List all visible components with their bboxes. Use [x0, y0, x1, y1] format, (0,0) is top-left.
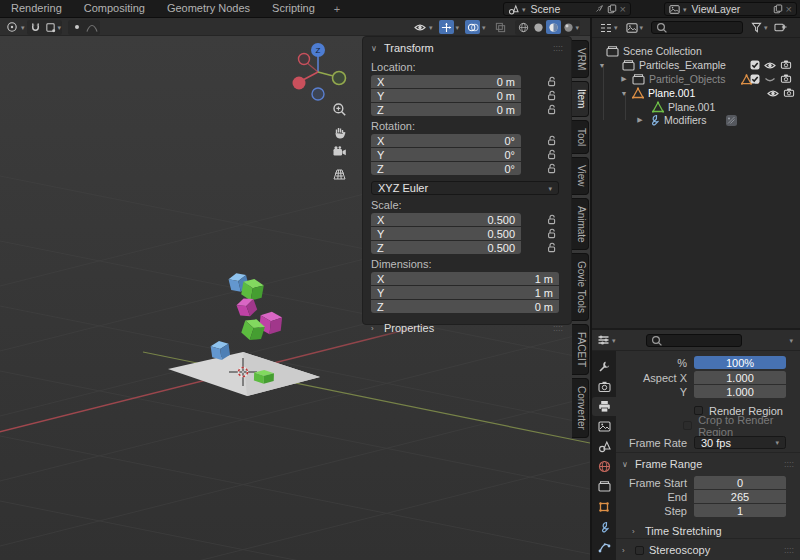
camera-view-button[interactable]: [330, 143, 348, 161]
lock-icon[interactable]: [547, 104, 557, 115]
stereoscopy-panel-header[interactable]: › Stereoscopy ::::: [622, 543, 794, 557]
orientation-dropdown-arrow[interactable]: ▾: [21, 24, 25, 31]
scene-name[interactable]: Scene: [529, 3, 591, 15]
expand-icon[interactable]: ›: [622, 546, 630, 555]
viewport-3d[interactable]: ▾ ▾: [0, 18, 590, 560]
exclude-checkbox-icon[interactable]: [750, 60, 760, 70]
outliner-filter-button[interactable]: ▾: [751, 22, 768, 33]
visibility-dropdown-arrow[interactable]: ▾: [429, 24, 433, 31]
rotation-mode-dropdown[interactable]: XYZ Euler ▾: [371, 181, 559, 195]
lock-icon[interactable]: [547, 90, 557, 101]
rotation-z-field[interactable]: Z 0°: [371, 162, 521, 175]
tab-animate[interactable]: Animate: [572, 198, 589, 251]
shading-material-button[interactable]: [546, 20, 561, 34]
tab-world-properties[interactable]: [592, 457, 616, 476]
gizmo-dropdown-arrow[interactable]: ▾: [456, 24, 460, 31]
dimensions-y-field[interactable]: Y 1 m: [371, 286, 559, 299]
row-label[interactable]: Particles_Example: [639, 59, 726, 71]
scene-dropdown-arrow[interactable]: ▾: [522, 6, 526, 13]
gizmo-y-ball[interactable]: [333, 72, 346, 85]
location-x-field[interactable]: X 0 m: [371, 75, 521, 88]
workspace-tab-compositing[interactable]: Compositing: [73, 0, 156, 17]
unlink-scene-icon[interactable]: ×: [620, 3, 626, 15]
scale-y-field[interactable]: Y 0.500: [371, 227, 521, 240]
tab-object-properties[interactable]: [592, 497, 616, 516]
disclosure-icon[interactable]: ▼: [598, 62, 606, 69]
particle-system-icon[interactable]: [725, 114, 738, 127]
row-label[interactable]: Scene Collection: [623, 45, 702, 57]
hide-eye-icon[interactable]: [767, 88, 779, 99]
outliner-row-particles-example[interactable]: ▼ Particles_Example: [592, 58, 800, 72]
tab-view[interactable]: View: [572, 157, 589, 195]
view-layer-name[interactable]: ViewLayer: [690, 3, 770, 15]
view-layer-dropdown-arrow[interactable]: ▾: [683, 6, 687, 13]
outliner-filter-id-type[interactable]: ▾: [626, 22, 644, 34]
lock-icon[interactable]: [547, 163, 557, 174]
transform-panel-header[interactable]: ∨ Transform ::::: [371, 41, 563, 55]
snap-target-button[interactable]: [43, 20, 58, 34]
frame-start-field[interactable]: 0: [694, 476, 786, 489]
snap-toggle-button[interactable]: [28, 20, 43, 34]
frame-end-field[interactable]: 265: [694, 490, 786, 503]
aspect-y-field[interactable]: 1.000: [694, 385, 786, 398]
outliner-row-plane-object[interactable]: ▼ Plane.001: [592, 86, 800, 100]
falloff-curve-button[interactable]: [84, 20, 99, 34]
tab-faceit[interactable]: FACEIT: [572, 324, 589, 375]
disable-render-camera-icon[interactable]: [780, 59, 792, 71]
collapse-icon[interactable]: ∨: [622, 460, 630, 469]
disclosure-icon[interactable]: ▶: [620, 75, 628, 83]
lock-icon[interactable]: [547, 228, 557, 239]
snap-dropdown-arrow[interactable]: ▾: [58, 24, 62, 31]
frame-step-field[interactable]: 1: [694, 504, 786, 517]
lock-icon[interactable]: [547, 76, 557, 87]
workspace-tab-geometry-nodes[interactable]: Geometry Nodes: [156, 0, 261, 17]
lock-icon[interactable]: [547, 135, 557, 146]
tab-vrm[interactable]: VRM: [572, 40, 589, 78]
frame-range-panel-header[interactable]: ∨ Frame Range ::::: [622, 457, 794, 471]
disclosure-icon[interactable]: ▶: [636, 116, 644, 124]
resolution-slider[interactable]: 100%: [694, 356, 786, 369]
panel-grip-icon[interactable]: ::::: [553, 324, 563, 333]
aspect-x-field[interactable]: 1.000: [694, 371, 786, 384]
time-stretching-panel-header[interactable]: › Time Stretching: [632, 524, 794, 538]
pan-tool-button[interactable]: [330, 123, 348, 141]
proportional-editing-button[interactable]: [69, 20, 84, 34]
shading-wireframe-button[interactable]: [516, 20, 531, 34]
expand-icon[interactable]: ›: [632, 527, 640, 536]
xray-toggle-button[interactable]: [493, 20, 508, 34]
row-label[interactable]: Particle_Objects: [649, 73, 725, 85]
panel-grip-icon[interactable]: ::::: [784, 460, 794, 469]
frame-rate-dropdown[interactable]: 30 fps ▾: [694, 436, 786, 449]
tab-govie-tools[interactable]: Govie Tools: [572, 253, 589, 321]
tab-view-layer-properties[interactable]: [592, 417, 616, 436]
show-gizmo-button[interactable]: [439, 20, 454, 34]
view-layer-selector[interactable]: ▾ ViewLayer ×: [664, 2, 797, 16]
gizmo-negx-ball[interactable]: [299, 54, 310, 65]
new-collection-button[interactable]: [774, 21, 787, 35]
zoom-tool-button[interactable]: [330, 100, 348, 118]
tab-item[interactable]: Item: [572, 81, 589, 116]
outliner-display-mode[interactable]: ▾: [600, 22, 618, 34]
gizmo-negz-ball[interactable]: [312, 88, 324, 100]
overlays-dropdown-arrow[interactable]: ▾: [482, 24, 486, 31]
properties-subpanel-header[interactable]: › Properties ::::: [371, 321, 563, 335]
row-label[interactable]: Plane.001: [668, 101, 715, 113]
lock-icon[interactable]: [547, 214, 557, 225]
disclosure-icon[interactable]: ▼: [620, 90, 628, 97]
object-visibility-button[interactable]: [412, 20, 427, 34]
properties-options-arrow[interactable]: ▾: [789, 337, 793, 344]
outliner-row-plane-mesh-data[interactable]: Plane.001: [592, 100, 800, 114]
tab-modifier-properties[interactable]: [592, 517, 616, 536]
expand-icon[interactable]: ›: [371, 324, 379, 333]
stereoscopy-checkbox[interactable]: [635, 546, 644, 555]
outliner-search-input[interactable]: [651, 21, 743, 34]
show-overlays-button[interactable]: [465, 20, 480, 34]
outliner-row-particle-objects[interactable]: ▶ Particle_Objects 3: [592, 72, 800, 86]
crop-render-region-checkbox[interactable]: [683, 421, 692, 430]
tab-physics-properties[interactable]: [592, 537, 616, 556]
scale-x-field[interactable]: X 0.500: [371, 213, 521, 226]
panel-grip-icon[interactable]: ::::: [784, 546, 794, 555]
pin-icon[interactable]: [594, 4, 604, 14]
tab-collection-properties[interactable]: [592, 477, 616, 496]
transform-orientation-button[interactable]: [4, 20, 19, 34]
